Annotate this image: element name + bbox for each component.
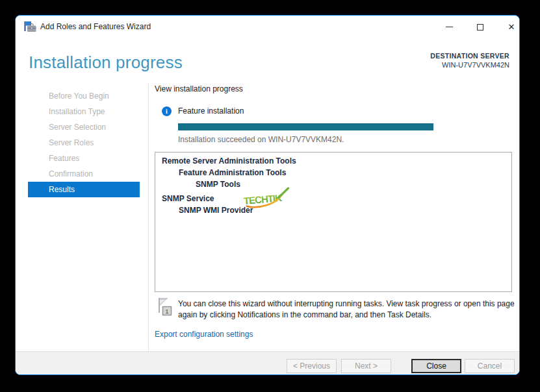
footer-button-bar: < Previous Next > Close Cancel [16,351,519,375]
title-bar[interactable]: Add Roles and Features Wizard ✕ [16,16,519,38]
close-button[interactable]: Close [411,359,461,373]
wizard-window: Add Roles and Features Wizard ✕ Installa… [15,15,520,375]
progress-bar-fill [178,123,433,130]
minimize-icon [446,27,453,27]
list-item: SNMP Service [162,194,214,203]
page-title: Installation progress [29,53,183,73]
nav-item-server-roles: Server Roles [28,135,140,151]
previous-button[interactable]: < Previous [287,359,337,373]
section-title: View installation progress [155,84,243,93]
close-window-button[interactable]: ✕ [500,16,520,38]
nav-item-installation-type: Installation Type [28,104,140,119]
destination-server-block: DESTINATION SERVER WIN-U7V7VVKM42N [430,51,509,69]
installation-results-list[interactable]: Remote Server Administration Tools Featu… [155,152,512,292]
maximize-icon [477,24,483,31]
destination-server-label: DESTINATION SERVER [430,51,509,60]
cancel-button[interactable]: Cancel [465,359,515,373]
nav-item-features: Features [28,151,140,166]
wizard-app-icon [24,21,37,32]
nav-item-confirmation: Confirmation [28,166,140,182]
sidebar-divider [148,84,149,351]
minimize-button[interactable] [438,16,460,38]
nav-item-results[interactable]: Results [28,182,140,197]
nav-item-before-you-begin: Before You Begin [28,88,140,104]
maximize-button[interactable] [469,16,491,38]
close-icon: ✕ [508,23,515,31]
notification-flag-icon: 1 [157,297,173,317]
list-item: Feature Administration Tools [179,168,286,177]
techtik-watermark-logo: TECHTIK [241,187,292,213]
screenshot-background: Add Roles and Features Wizard ✕ Installa… [0,0,540,392]
destination-server-name: WIN-U7V7VVKM42N [430,60,509,69]
progress-status-text: Installation succeeded on WIN-U7V7VVKM42… [178,135,344,144]
list-item: Remote Server Administration Tools [162,156,296,165]
nav-item-server-selection: Server Selection [28,119,140,135]
svg-text:1: 1 [165,308,168,315]
info-icon: i [162,106,172,116]
svg-text:TECHTIK: TECHTIK [243,192,282,206]
window-title: Add Roles and Features Wizard [40,16,151,38]
export-configuration-settings-link[interactable]: Export configuration settings [155,330,253,339]
next-button[interactable]: Next > [341,359,391,373]
progress-label: Feature installation [178,106,244,116]
wizard-note-text: You can close this wizard without interr… [178,299,520,321]
wizard-steps-nav: Before You Begin Installation Type Serve… [28,88,140,197]
progress-bar [178,123,433,130]
list-item: SNMP Tools [196,180,240,189]
